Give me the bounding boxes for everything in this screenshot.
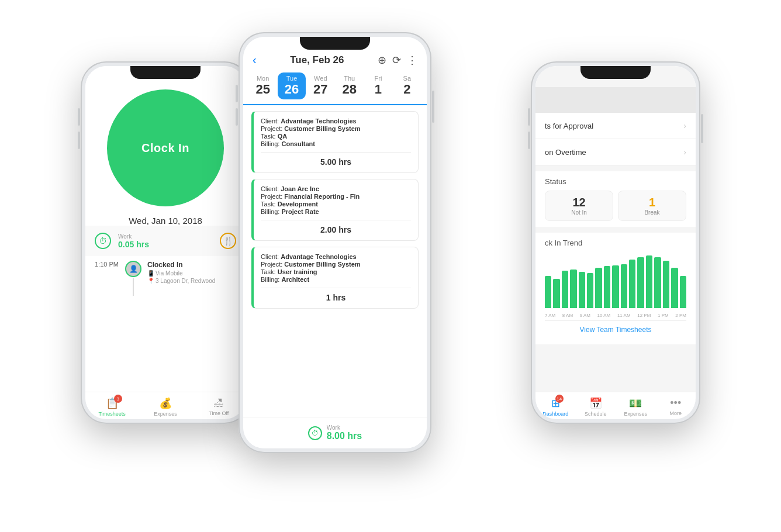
timesheets-badge: 3 xyxy=(114,395,122,403)
mobile-label: Via Mobile xyxy=(155,270,183,277)
more-icon[interactable]: ⋮ xyxy=(407,54,417,67)
break-icon: 🍴 xyxy=(220,233,236,249)
timeline-time: 1:10 PM xyxy=(95,261,119,268)
status-grid: 12 Not In 1 Break xyxy=(545,191,686,221)
day-sat-2[interactable]: Sa 2 xyxy=(393,72,421,99)
scene: Clock In Wed, Jan 10, 2018 ⏱ Work 0.05 h… xyxy=(69,26,712,506)
chart-bar-9 xyxy=(621,264,627,308)
schedule-icon: 📅 xyxy=(589,397,602,410)
chart-bar-14 xyxy=(663,261,669,308)
expenses-icon: 💰 xyxy=(159,397,172,410)
day-name-mon: Mon xyxy=(257,75,269,82)
nav-timesheets-label: Timesheets xyxy=(99,411,126,417)
chart-bar-16 xyxy=(680,276,686,308)
time-entry-3[interactable]: Client: Advantage Technologies Project: … xyxy=(251,247,419,309)
day-fri-1[interactable]: Fri 1 xyxy=(364,72,392,99)
day-num-28: 28 xyxy=(342,82,356,97)
status-title: Status xyxy=(545,177,686,186)
nav-expenses-label: Expenses xyxy=(154,411,177,417)
day-name-sat: Sa xyxy=(403,75,411,82)
overtime-item[interactable]: on Overtime › xyxy=(535,139,696,165)
day-name-tue: Tue xyxy=(286,75,298,82)
day-num-25: 25 xyxy=(255,82,269,97)
label-8am: 8 AM xyxy=(562,313,573,318)
back-button[interactable]: ‹ xyxy=(253,53,257,67)
label-1pm: 1 PM xyxy=(658,313,669,318)
chart-bar-2 xyxy=(562,271,568,308)
chart-area xyxy=(545,252,686,310)
location-icon: 📍 xyxy=(147,278,154,284)
mobile-icon: 📱 xyxy=(147,270,154,277)
footer-clock-icon: ⏱ xyxy=(308,426,322,440)
break-num: 1 xyxy=(623,196,681,209)
day-name-fri: Fri xyxy=(375,75,382,82)
header-date: Tue, Feb 26 xyxy=(290,54,344,66)
phone-left: Clock In Wed, Jan 10, 2018 ⏱ Work 0.05 h… xyxy=(81,61,250,424)
r-nav-expenses[interactable]: 💵 Expenses xyxy=(616,397,656,417)
approval-item[interactable]: ts for Approval › xyxy=(535,113,696,139)
timeline-dot: 👤 xyxy=(125,261,141,296)
clock-in-area: Clock In Wed, Jan 10, 2018 xyxy=(85,66,246,226)
right-phone-content: ts for Approval › on Overtime › Status 1… xyxy=(535,66,696,419)
chart-bar-13 xyxy=(654,257,661,308)
r-nav-schedule[interactable]: 📅 Schedule xyxy=(576,397,616,417)
nav-expenses[interactable]: 💰 Expenses xyxy=(139,397,192,417)
r-nav-schedule-label: Schedule xyxy=(585,411,607,417)
timeline-title: Clocked In xyxy=(147,261,215,269)
day-mon-25[interactable]: Mon 25 xyxy=(249,72,277,99)
r-nav-more[interactable]: ••• More xyxy=(656,397,696,417)
not-in-label: Not In xyxy=(550,209,608,216)
entry3-project: Project: Customer Billing System xyxy=(261,261,411,268)
entry1-task: Task: QA xyxy=(261,133,411,140)
trend-title: ck In Trend xyxy=(545,239,686,247)
right-bottom-nav: ⊞ 14 Dashboard 📅 Schedule 💵 Expenses xyxy=(535,392,696,419)
nav-timesheets[interactable]: 📋 3 Timesheets xyxy=(85,397,139,417)
entry2-hours: 2.00 hrs xyxy=(261,225,411,234)
phone-right: ts for Approval › on Overtime › Status 1… xyxy=(531,61,700,424)
entry2-project: Project: Financial Reporting - Fin xyxy=(261,193,411,200)
work-section: ⏱ Work 0.05 hrs 🍴 xyxy=(85,226,246,256)
work-hours: 0.05 hrs xyxy=(118,240,149,249)
entry2-client: Client: Joan Arc Inc xyxy=(261,185,411,192)
center-vol-down xyxy=(236,108,238,126)
trend-section: ck In Trend 7 AM 8 AM 9 AM 10 AM 11 AM 1… xyxy=(535,233,696,344)
break-label: Break xyxy=(623,209,681,216)
label-11am: 11 AM xyxy=(617,313,631,318)
entry2-task: Task: Development xyxy=(261,201,411,208)
time-entry-2[interactable]: Client: Joan Arc Inc Project: Financial … xyxy=(251,179,419,241)
day-wed-27[interactable]: Wed 27 xyxy=(307,72,334,99)
clock-in-label: Clock In xyxy=(141,141,189,155)
footer-work-hours: 8.00 hrs xyxy=(327,431,362,441)
add-icon[interactable]: ⊕ xyxy=(378,54,386,67)
entry3-divider xyxy=(261,288,411,288)
day-num-1: 1 xyxy=(375,82,382,97)
entry1-project: Project: Customer Billing System xyxy=(261,125,411,132)
refresh-icon[interactable]: ⟳ xyxy=(392,54,401,67)
more-dots-icon: ••• xyxy=(670,397,681,409)
chart-bar-4 xyxy=(579,272,585,308)
day-num-27: 27 xyxy=(313,82,327,97)
right-list-items: ts for Approval › on Overtime › xyxy=(535,113,696,165)
r-nav-dashboard[interactable]: ⊞ 14 Dashboard xyxy=(535,397,576,417)
timeline-section: 1:10 PM 👤 Clocked In 📱 Via Mobile xyxy=(85,256,246,392)
view-team-button[interactable]: View Team Timesheets xyxy=(545,320,686,338)
phone-center-screen: ‹ Tue, Feb 26 ⊕ ⟳ ⋮ Mon 25 Tue 2 xyxy=(243,37,427,448)
r-nav-more-label: More xyxy=(669,410,682,416)
time-entry-1[interactable]: Client: Advantage Technologies Project: … xyxy=(251,111,419,173)
clock-in-button[interactable]: Clock In xyxy=(107,89,224,206)
label-9am: 9 AM xyxy=(580,313,590,318)
entry3-hours: 1 hrs xyxy=(261,293,411,302)
chart-bar-12 xyxy=(646,255,652,308)
time-entries-list: Client: Advantage Technologies Project: … xyxy=(243,105,427,417)
day-tue-26[interactable]: Tue 26 xyxy=(278,72,305,99)
entry3-client: Client: Advantage Technologies xyxy=(261,253,411,260)
day-thu-28[interactable]: Thu 28 xyxy=(336,72,363,99)
nav-time-off[interactable]: 🏖 Time Off xyxy=(192,397,246,417)
chart-bar-11 xyxy=(637,257,644,308)
work-info: Work 0.05 hrs xyxy=(118,233,149,249)
break-card: 1 Break xyxy=(618,191,686,221)
timeline-item: 1:10 PM 👤 Clocked In 📱 Via Mobile xyxy=(95,261,236,296)
right-header-bar xyxy=(535,87,696,113)
r-expenses-icon: 💵 xyxy=(629,397,642,410)
dashboard-icon: ⊞ 14 xyxy=(551,397,560,410)
